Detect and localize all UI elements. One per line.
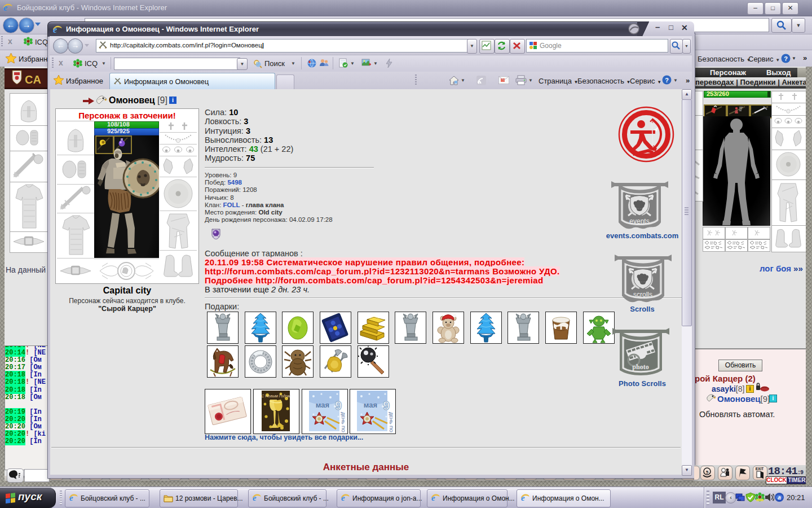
svg-text:?: ? xyxy=(784,55,788,62)
svg-text:CA: CA xyxy=(25,73,41,86)
svg-text:ДЕНЬ ПОБЕДЫ: ДЕНЬ ПОБЕДЫ xyxy=(389,412,394,432)
svg-text:9: 9 xyxy=(335,398,342,413)
svg-text:5: 5 xyxy=(706,470,709,475)
svg-text:мая: мая xyxy=(316,401,329,409)
svg-text:9: 9 xyxy=(383,398,390,413)
svg-text:?: ? xyxy=(665,77,669,84)
svg-text:a: a xyxy=(778,494,781,501)
svg-text:photo: photo xyxy=(632,363,648,371)
svg-text:ДЕНЬ ПОБЕДЫ: ДЕНЬ ПОБЕДЫ xyxy=(341,412,346,432)
svg-text:мая: мая xyxy=(364,401,377,409)
svg-text:EXIT: EXIT xyxy=(756,467,764,471)
svg-text:С Новым Годом: С Новым Годом xyxy=(261,394,290,398)
svg-text:scrolls: scrolls xyxy=(633,291,652,299)
svg-text:events: events xyxy=(629,217,649,225)
